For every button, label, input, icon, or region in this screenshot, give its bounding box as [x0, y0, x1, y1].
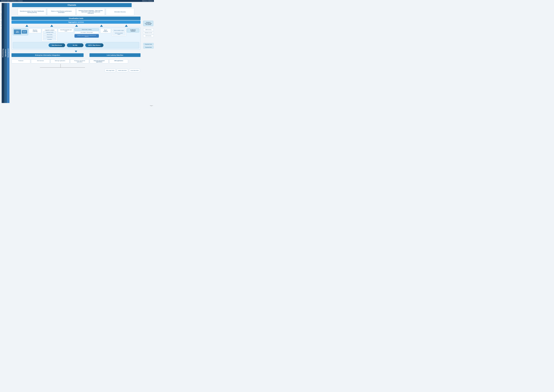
text-analytics-box: Text analytics / Mining engine	[75, 31, 99, 34]
ling-item-3: Annotation	[43, 38, 56, 40]
batch-analysis-box: Batch Analysis	[100, 28, 111, 33]
linguistic-items: Language identity Word identity Categori…	[43, 31, 56, 40]
hdfs-btn: HDFS / Map Reduce	[85, 43, 104, 47]
down-arrow-conn	[12, 51, 140, 52]
stream-cluster: Stream analytics engine Sentiment analyt…	[112, 28, 126, 36]
main-content: Channels Operational analytics User driv…	[10, 2, 142, 73]
left-sidebars: Cloud Search Dynamo DB Simple DB EC2 On …	[0, 3, 9, 103]
channel-box-1: Historic or timed Business performance p…	[47, 8, 76, 15]
linguistic-box: Linguistic analysis Language identity Wo…	[42, 28, 57, 42]
right-gap	[129, 59, 140, 63]
olap-label: OLAP	[22, 30, 27, 34]
ecm-services-right: ECM services	[143, 35, 154, 37]
channel-box-3: Information Discovery	[106, 8, 134, 15]
right-sidebar: MDM services Metadata services ECM servi…	[143, 28, 154, 49]
aggregation-bar: Aggregation services	[12, 21, 140, 24]
integration-row: Enterprise Information Integration Low L…	[12, 53, 140, 57]
search-index-box: Search Index / Catalog	[75, 28, 99, 31]
search-cluster: Search Index / Catalog Text analytics / …	[75, 28, 99, 38]
perpetual-clean: Perpetual Clean	[143, 43, 154, 45]
development-band: Development	[7, 3, 9, 103]
channel-boxes-row: Operational analytics User driven Dashbo…	[12, 8, 140, 15]
channel-box-2: Business Process Integration – Near real…	[76, 8, 105, 15]
top-bar: Advanced Analytics BI Reference Architec…	[0, 0, 154, 2]
source-production: Production	[12, 59, 30, 63]
arrow-3	[75, 25, 78, 27]
analysis-section: Data Marts OLAP Machine Learning Linguis…	[12, 27, 140, 50]
arrow-2	[50, 25, 53, 27]
arrow-4	[100, 25, 103, 27]
vis-tools-bar: Visualisation tools	[12, 17, 140, 20]
data-marts-label: Data Marts	[14, 29, 21, 34]
extended-meta-box: Extended Metadata and Facts	[58, 28, 74, 32]
perpetual-raw: Perpetual Raw	[143, 46, 154, 49]
data-warehouse-btn: Data Warehouse	[48, 43, 65, 47]
source-ecm: ECM Services	[31, 59, 50, 63]
metadata-services: Metadata services	[143, 31, 154, 34]
gap	[85, 53, 88, 57]
operations-band: Operations	[4, 3, 7, 103]
source-crm: CRM Applications	[109, 59, 128, 63]
analytical-data-box: Analytical Data Extract (from datawareho…	[75, 34, 99, 38]
arrows-row	[12, 25, 141, 27]
enterprise-box: Enterprise Information Integration	[12, 53, 83, 57]
provisioning-band: Provisioning	[2, 3, 4, 103]
sentiment-analytics-item: Sentiment analytics engine	[112, 32, 125, 35]
ling-item-2: Categorisation	[43, 36, 56, 38]
page-number: Page 9	[150, 105, 153, 106]
sidebar-bands: Provisioning Operations Development	[2, 3, 9, 103]
low-latency-box: Low Latency Data Bus	[90, 53, 140, 57]
inmem-db-box: In Memory Database	[127, 28, 139, 32]
mdm-services: MDM services	[143, 28, 154, 31]
arrow-1	[25, 25, 28, 27]
stream-analytics-item: Stream analytics engine	[112, 29, 125, 31]
linguistic-title: Linguistic analysis	[43, 29, 56, 31]
top-bar-left: Advanced Analytics BI Reference Architec…	[1, 0, 23, 1]
analysis-top-row: Data Marts OLAP Machine Learning Linguis…	[13, 28, 139, 42]
feed-row: Web usage feeds Market data feeds Social…	[12, 69, 140, 72]
source-weblogs: Web logs Applications	[50, 59, 69, 63]
down-arrow	[75, 51, 77, 52]
channels-bar: Channels	[12, 3, 132, 7]
storage-row: Data Warehouse No SQL HDFS / Map Reduce	[13, 42, 139, 49]
source-financial: Financial Operational Applications	[90, 59, 109, 63]
source-prod-ops: Production Operational Applications	[70, 59, 89, 63]
source-row: Production ECM Services Web logs Applica…	[12, 59, 140, 63]
channel-box-0: Operational analytics User driven Dashbo…	[18, 8, 46, 15]
feed-web: Web usage feeds	[105, 69, 116, 72]
feed-social: Social data feeds	[129, 69, 140, 72]
feed-market: Market data feeds	[117, 69, 128, 72]
edw-box: Analytical processed data store (EDW)	[143, 21, 153, 26]
spacer	[143, 38, 154, 42]
ml-box: Machine Learning	[29, 28, 41, 33]
top-bar-right: Reference Architecture	[142, 0, 153, 1]
data-marts-olap-box: Data Marts OLAP	[13, 28, 28, 35]
arrow-5	[125, 25, 128, 27]
ling-item-1: Word identity	[43, 34, 56, 36]
no-sql-btn: No SQL	[67, 43, 83, 47]
ling-item-0: Language identity	[43, 31, 56, 33]
